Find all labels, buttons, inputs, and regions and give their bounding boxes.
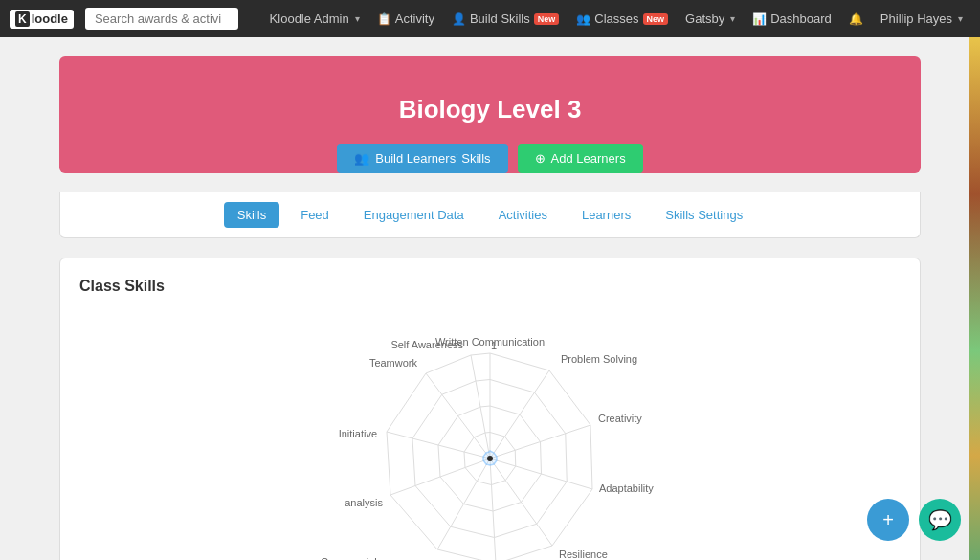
build-skills-icon: 👥 <box>354 151 369 166</box>
tab-activities[interactable]: Activities <box>485 202 561 228</box>
nav-gatsby[interactable]: Gatsby ▾ <box>678 8 743 30</box>
navbar-items: Kloodle Admin ▾ 📋 Activity 👤 Build Skill… <box>262 8 970 30</box>
chevron-down-icon: ▾ <box>958 13 963 24</box>
tab-engagement-data[interactable]: Engagement Data <box>350 202 478 228</box>
fab-chat-button[interactable]: 💬 <box>919 499 961 541</box>
nav-label: Activity <box>395 11 434 26</box>
label-adaptability: Adaptability <box>599 482 654 494</box>
radar-svg: .radar-label { font-size: 11px; fill: #6… <box>241 310 739 560</box>
main-content: Biology Level 3 👥 Build Learners' Skills… <box>40 37 940 560</box>
nav-dashboard[interactable]: 📊 Dashboard <box>745 8 839 30</box>
plus-icon: + <box>882 509 894 531</box>
activity-icon: 📋 <box>377 12 391 26</box>
radar-center-dot <box>487 456 493 461</box>
label-teamwork: Teamwork <box>369 357 418 369</box>
nav-label: Kloodle Admin <box>270 11 349 26</box>
new-badge: New <box>643 13 669 25</box>
nav-activity[interactable]: 📋 Activity <box>369 8 442 30</box>
nav-build-skills[interactable]: 👤 Build Skills New <box>444 8 567 30</box>
class-title: Biology Level 3 <box>78 95 902 124</box>
svg-line-5 <box>490 459 496 560</box>
tab-skills-settings[interactable]: Skills Settings <box>652 202 756 228</box>
label-analysis: analysis <box>345 497 383 508</box>
radar-chart: .radar-label { font-size: 11px; fill: #6… <box>79 310 901 560</box>
build-learners-skills-button[interactable]: 👥 Build Learners' Skills <box>337 144 507 173</box>
nav-label: Dashboard <box>770 11 832 26</box>
nav-classes[interactable]: 👥 Classes New <box>568 8 676 30</box>
plus-icon: ⊕ <box>535 151 546 166</box>
brand-logo[interactable]: Kloodle <box>10 10 74 29</box>
dashboard-icon: 📊 <box>752 12 767 26</box>
label-self-awareness: Self Awareness <box>390 339 463 350</box>
classes-icon: 👥 <box>576 12 590 26</box>
nav-label: Classes <box>594 11 638 26</box>
chevron-down-icon: ▾ <box>355 13 360 24</box>
nav-label: Phillip Hayes <box>880 11 952 26</box>
nav-bell[interactable]: 🔔 <box>841 9 871 30</box>
right-strip <box>969 37 980 560</box>
chat-icon: 💬 <box>928 508 952 531</box>
class-tabs: Skills Feed Engagement Data Activities L… <box>59 192 921 238</box>
label-problem-solving: Problem Solving <box>561 353 637 365</box>
nav-label: Gatsby <box>685 11 724 26</box>
label-resilience: Resilience <box>559 549 608 560</box>
nav-user[interactable]: Phillip Hayes ▾ <box>873 8 970 30</box>
tab-skills[interactable]: Skills <box>224 202 279 228</box>
fab-add-button[interactable]: + <box>867 499 909 541</box>
nav-kloodle-admin[interactable]: Kloodle Admin ▾ <box>262 8 368 30</box>
add-learners-button[interactable]: ⊕ Add Learners <box>518 144 643 173</box>
label-initiative: Initiative <box>339 428 377 439</box>
btn-label: Add Learners <box>551 151 626 166</box>
label-creativity: Creativity <box>598 413 642 424</box>
tab-learners[interactable]: Learners <box>568 202 644 228</box>
build-skills-icon: 👤 <box>452 12 466 26</box>
bell-icon: 🔔 <box>849 12 863 26</box>
search-input[interactable] <box>85 8 238 30</box>
class-skills-title: Class Skills <box>79 278 901 295</box>
class-skills-card: Class Skills .radar-label { font-size: 1… <box>59 258 921 560</box>
btn-label: Build Learners' Skills <box>375 151 490 166</box>
tab-feed[interactable]: Feed <box>287 202 343 228</box>
class-header: Biology Level 3 👥 Build Learners' Skills… <box>59 56 921 173</box>
chevron-down-icon: ▾ <box>730 13 735 24</box>
new-badge: New <box>534 13 560 25</box>
fab-container: + 💬 <box>867 499 961 541</box>
class-actions: 👥 Build Learners' Skills ⊕ Add Learners <box>78 144 902 173</box>
label-commercial-awareness: Commercial awareness <box>321 556 431 560</box>
nav-label: Build Skills <box>470 11 530 26</box>
navbar: Kloodle Kloodle Admin ▾ 📋 Activity 👤 Bui… <box>0 0 980 37</box>
